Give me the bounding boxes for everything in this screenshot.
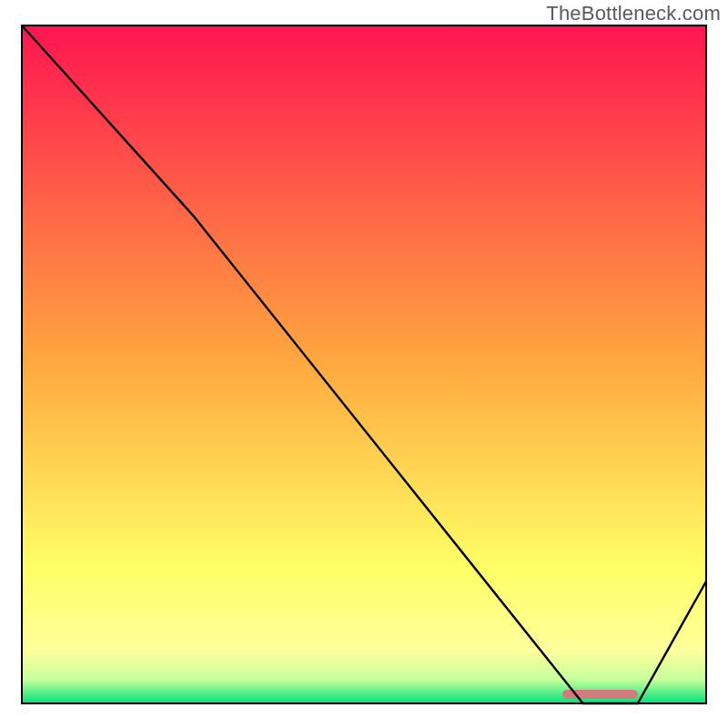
chart-container: TheBottleneck.com [0,0,728,728]
bottleneck-chart [0,0,728,728]
chart-background [22,25,706,703]
